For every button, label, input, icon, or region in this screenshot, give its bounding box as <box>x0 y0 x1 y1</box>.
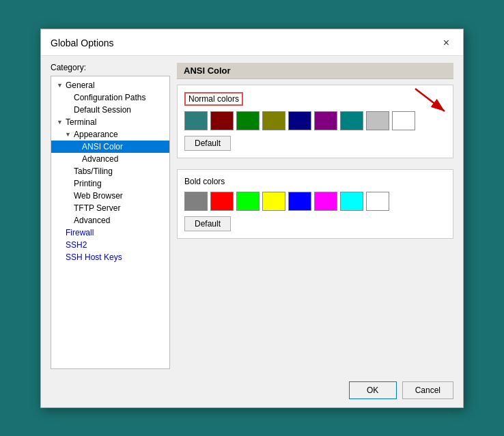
sidebar-item-tabs-tiling[interactable]: Tabs/Tiling <box>51 165 169 177</box>
normal-color-swatch-8[interactable] <box>392 111 415 130</box>
bold-colors-default-button[interactable]: Default <box>184 216 231 231</box>
sidebar-item-label: Advanced <box>74 216 110 225</box>
cancel-button[interactable]: Cancel <box>402 381 453 399</box>
bold-color-swatch-1[interactable] <box>210 192 234 211</box>
global-options-dialog: Global Options × Category: ▼GeneralConfi… <box>40 29 464 408</box>
sidebar-item-ssh2[interactable]: SSH2 <box>51 239 169 251</box>
bold-color-swatch-4[interactable] <box>288 192 311 211</box>
sidebar-item-label: Advanced <box>82 154 118 164</box>
sidebar-item-tftp-server[interactable]: TFTP Server <box>51 202 169 214</box>
close-button[interactable]: × <box>439 36 453 50</box>
sidebar-item-default-session[interactable]: Default Session <box>51 104 169 116</box>
tree-arrow-icon: ▼ <box>65 131 72 138</box>
sidebar-item-label: Default Session <box>74 105 131 115</box>
bold-color-swatch-5[interactable] <box>314 192 337 211</box>
normal-color-swatch-5[interactable] <box>314 111 337 130</box>
sidebar-item-label: Appearance <box>74 130 118 139</box>
dialog-footer: OK Cancel <box>41 376 463 407</box>
sidebar-item-label: Printing <box>74 179 102 188</box>
bold-colors-label: Bold colors <box>184 177 446 186</box>
sidebar-item-label: Terminal <box>66 117 96 127</box>
title-bar: Global Options × <box>41 29 463 56</box>
sidebar-item-label: Configuration Paths <box>74 93 145 102</box>
sidebar-item-ansi-color[interactable]: ANSI Color <box>51 141 169 153</box>
sidebar: ▼GeneralConfiguration PathsDefault Sessi… <box>51 76 170 369</box>
sidebar-item-appearance[interactable]: ▼Appearance <box>51 128 169 141</box>
sidebar-item-label: ANSI Color <box>82 142 123 151</box>
sidebar-item-label: SSH2 <box>66 240 87 250</box>
dialog-body: Category: ▼GeneralConfiguration PathsDef… <box>41 56 463 376</box>
dialog-title: Global Options <box>51 38 114 48</box>
sidebar-item-web-browser[interactable]: Web Browser <box>51 190 169 202</box>
bold-color-swatch-3[interactable] <box>262 192 285 211</box>
normal-color-swatch-7[interactable] <box>366 111 389 130</box>
sidebar-item-advanced-appearance[interactable]: Advanced <box>51 153 169 165</box>
normal-color-swatch-4[interactable] <box>288 111 311 130</box>
sidebar-item-general[interactable]: ▼General <box>51 79 169 91</box>
category-label: Category: <box>51 63 170 72</box>
normal-colors-section: Normal colors Default <box>177 85 453 158</box>
normal-colors-row <box>184 111 446 130</box>
normal-colors-default-button[interactable]: Default <box>184 136 231 151</box>
sidebar-item-printing[interactable]: Printing <box>51 177 169 190</box>
sidebar-item-label: SSH Host Keys <box>66 252 122 262</box>
normal-color-swatch-3[interactable] <box>262 111 285 130</box>
bold-colors-section: Bold colors Default <box>177 169 453 239</box>
sidebar-item-ssh-host-keys[interactable]: SSH Host Keys <box>51 251 169 263</box>
bold-color-swatch-6[interactable] <box>340 192 363 211</box>
sidebar-item-advanced-terminal[interactable]: Advanced <box>51 214 169 227</box>
sidebar-item-label: Tabs/Tiling <box>74 166 113 176</box>
svg-line-1 <box>415 89 445 111</box>
tree-arrow-icon: ▼ <box>57 119 64 126</box>
sidebar-item-label: Firewall <box>66 228 94 237</box>
ok-button[interactable]: OK <box>349 381 397 399</box>
sidebar-item-label: TFTP Server <box>74 203 120 213</box>
bold-color-swatch-0[interactable] <box>184 192 208 211</box>
sidebar-item-label: Web Browser <box>74 191 123 201</box>
bold-colors-row <box>184 192 446 211</box>
normal-color-swatch-1[interactable] <box>210 111 234 130</box>
sidebar-wrapper: Category: ▼GeneralConfiguration PathsDef… <box>51 63 170 369</box>
sidebar-item-configuration-paths[interactable]: Configuration Paths <box>51 91 169 104</box>
bold-color-swatch-2[interactable] <box>236 192 260 211</box>
normal-color-swatch-0[interactable] <box>184 111 208 130</box>
normal-color-swatch-2[interactable] <box>236 111 260 130</box>
tree-arrow-icon: ▼ <box>57 82 64 89</box>
sidebar-item-terminal[interactable]: ▼Terminal <box>51 116 169 128</box>
normal-color-swatch-6[interactable] <box>340 111 363 130</box>
main-panel: ANSI Color Normal colors <box>177 63 453 369</box>
sidebar-item-label: General <box>66 81 95 90</box>
bold-color-swatch-7[interactable] <box>366 192 389 211</box>
normal-colors-label: Normal colors <box>184 92 243 106</box>
panel-title: ANSI Color <box>177 63 453 79</box>
sidebar-item-firewall[interactable]: Firewall <box>51 227 169 239</box>
